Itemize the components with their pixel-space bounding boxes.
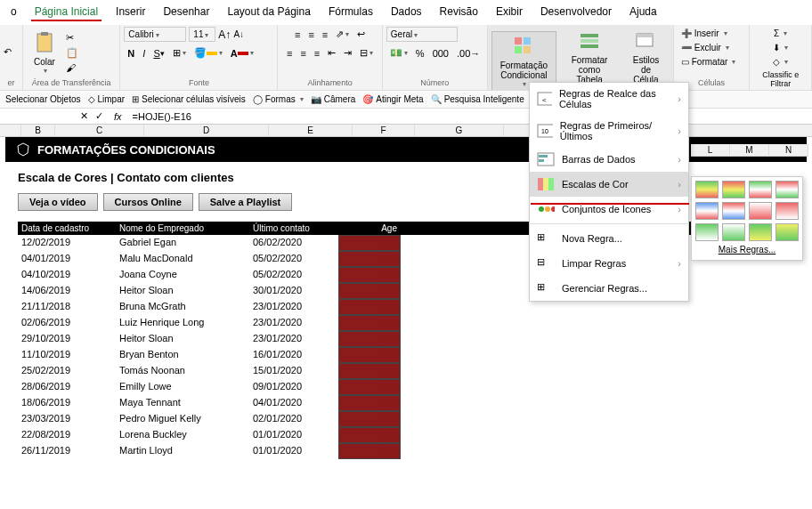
cell-name[interactable]: Malu MacDonald xyxy=(116,251,249,267)
menu-layout[interactable]: Layout da Página xyxy=(223,4,313,21)
cell-name[interactable]: Bruna McGrath xyxy=(116,299,249,315)
table-row[interactable]: 29/10/2019 Heitor Sloan 23/01/2020 648 xyxy=(18,331,794,347)
wrap-text-icon[interactable]: ↩ xyxy=(353,27,369,42)
cell-name[interactable]: Gabriel Egan xyxy=(116,235,249,251)
cell-last-contact[interactable]: 01/01/2020 xyxy=(249,427,338,443)
undo-icon[interactable]: ↶ xyxy=(4,46,12,58)
cancel-icon[interactable]: ✕ xyxy=(80,110,88,122)
scale-rwg[interactable] xyxy=(775,181,799,198)
table-row[interactable]: 26/11/2019 Martin Lloyd 01/01/2020 670 xyxy=(18,443,794,459)
insert-cells-button[interactable]: ➕Inserir xyxy=(678,27,731,40)
col-header[interactable]: C xyxy=(55,125,144,136)
smart-lookup-button[interactable]: 🔍 Pesquisa Inteligente xyxy=(431,94,524,104)
fill-color-button[interactable]: 🪣 xyxy=(191,45,226,61)
percent-icon[interactable]: % xyxy=(412,45,428,61)
menu-data[interactable]: Dados xyxy=(387,4,426,21)
cell-date[interactable]: 02/06/2019 xyxy=(18,315,116,331)
courses-button[interactable]: Cursos Online xyxy=(103,193,193,211)
col-header[interactable]: L xyxy=(691,144,730,157)
cf-highlight-rules[interactable]: < Regras de Realce das Células› xyxy=(530,83,688,115)
cf-data-bars[interactable]: Barras de Dados› xyxy=(530,147,688,172)
scale-wg[interactable] xyxy=(722,223,745,241)
cell-name[interactable]: Bryan Benton xyxy=(116,347,249,363)
cell-age[interactable]: 634 xyxy=(338,235,401,251)
decimal-inc-icon[interactable]: .00→ xyxy=(453,45,483,61)
select-objects-button[interactable]: Selecionar Objetos xyxy=(5,94,81,104)
paste-button[interactable]: Colar xyxy=(27,28,62,77)
format-cells-button[interactable]: ▭Formatar xyxy=(678,55,740,69)
cell-name[interactable]: Lorena Buckley xyxy=(116,427,249,443)
cf-new-rule[interactable]: ⊞ Nova Regra... xyxy=(530,226,688,251)
currency-icon[interactable]: 💵 xyxy=(386,45,411,61)
menu-developer[interactable]: Desenvolvedor xyxy=(537,4,615,21)
cell-last-contact[interactable]: 05/02/2020 xyxy=(249,251,338,267)
align-right-icon[interactable]: ≡ xyxy=(311,45,323,61)
align-bottom-icon[interactable]: ≡ xyxy=(319,27,331,42)
cf-color-scales[interactable]: Escalas de Cor› xyxy=(530,172,688,197)
col-header[interactable]: E xyxy=(269,125,353,136)
cut-icon[interactable]: ✂ xyxy=(66,32,78,44)
menu-file[interactable]: o xyxy=(7,4,20,21)
cell-date[interactable]: 11/10/2019 xyxy=(18,347,116,363)
cell-name[interactable]: Heitor Sloan xyxy=(116,283,249,299)
cell-last-contact[interactable]: 05/02/2020 xyxy=(249,267,338,283)
cell-age[interactable]: 669 xyxy=(338,411,401,427)
cell-last-contact[interactable]: 23/01/2020 xyxy=(249,331,338,347)
cell-date[interactable]: 04/01/2019 xyxy=(18,251,116,267)
align-middle-icon[interactable]: ≡ xyxy=(304,27,317,42)
align-left-icon[interactable]: ≡ xyxy=(283,45,296,61)
more-rules-link[interactable]: Mais Regras... xyxy=(695,241,799,256)
format-painter-icon[interactable]: 🖌 xyxy=(66,62,78,73)
cell-name[interactable]: Maya Tennant xyxy=(116,395,249,411)
menu-review[interactable]: Revisão xyxy=(436,4,482,21)
align-center-icon[interactable]: ≡ xyxy=(296,45,309,61)
cell-age[interactable]: 641 xyxy=(338,283,401,299)
cell-date[interactable]: 29/10/2019 xyxy=(18,331,116,347)
decrease-font-icon[interactable]: A↓ xyxy=(233,29,244,39)
col-header[interactable]: F xyxy=(353,125,415,136)
table-row[interactable]: 02/06/2019 Luiz Henrique Long 23/01/2020… xyxy=(18,315,794,331)
comma-icon[interactable]: 000 xyxy=(429,45,452,61)
cf-icon-sets[interactable]: Conjuntos de Ícones› xyxy=(530,197,688,222)
cell-last-contact[interactable]: 23/01/2020 xyxy=(249,299,338,315)
select-visible-cells-button[interactable]: ⊞ Selecionar células visíveis xyxy=(132,94,246,104)
font-size-select[interactable]: 11 xyxy=(189,27,215,42)
camera-button[interactable]: 📷 Câmera xyxy=(311,94,356,104)
cell-age[interactable]: 648 xyxy=(338,331,401,347)
video-button[interactable]: Veja o vídeo xyxy=(18,193,98,211)
underline-button[interactable]: S▾ xyxy=(150,45,167,61)
cell-last-contact[interactable]: 23/01/2020 xyxy=(249,315,338,331)
indent-increase-icon[interactable]: ⇥ xyxy=(340,45,355,61)
autosum-button[interactable]: Σ xyxy=(770,27,791,40)
confirm-icon[interactable]: ✓ xyxy=(95,110,103,122)
scale-rwb[interactable] xyxy=(722,202,745,220)
copy-icon[interactable]: 📋 xyxy=(66,47,78,59)
cell-date[interactable]: 21/11/2018 xyxy=(18,299,116,315)
menu-draw[interactable]: Desenhar xyxy=(159,4,213,21)
shapes-button[interactable]: ◯ Formas xyxy=(253,94,304,104)
cell-name[interactable]: Martin Lloyd xyxy=(116,443,249,459)
col-header[interactable]: G xyxy=(415,125,504,136)
border-button[interactable]: ⊞ xyxy=(169,45,190,61)
cell-age[interactable]: 635 xyxy=(338,267,401,283)
cell-last-contact[interactable]: 01/01/2020 xyxy=(249,443,338,459)
cell-last-contact[interactable]: 02/01/2020 xyxy=(249,411,338,427)
cell-date[interactable]: 12/02/2019 xyxy=(18,235,116,251)
cell-age[interactable]: 670 xyxy=(338,443,401,459)
cf-clear-rules[interactable]: ⊟ Limpar Regras› xyxy=(530,251,688,276)
scale-wr[interactable] xyxy=(749,202,772,220)
cf-manage-rules[interactable]: ⊞ Gerenciar Regras... xyxy=(530,276,688,301)
scale-gyr[interactable] xyxy=(695,181,719,198)
cell-date[interactable]: 18/06/2019 xyxy=(18,395,116,411)
cell-last-contact[interactable]: 15/01/2020 xyxy=(249,363,338,379)
table-row[interactable]: 25/02/2019 Tomás Noonan 15/01/2020 656 xyxy=(18,363,794,379)
number-format-select[interactable]: Geral xyxy=(386,27,458,42)
merge-icon[interactable]: ⊟ xyxy=(356,45,377,61)
bold-button[interactable]: N xyxy=(124,45,138,61)
increase-font-icon[interactable]: A↑ xyxy=(218,28,231,41)
table-row[interactable]: 23/03/2019 Pedro Miguel Kelly 02/01/2020… xyxy=(18,411,794,427)
scale-gw[interactable] xyxy=(695,223,719,241)
menu-help[interactable]: Ajuda xyxy=(626,4,661,21)
cell-age[interactable]: 648 xyxy=(338,299,401,315)
table-row[interactable]: 22/08/2019 Lorena Buckley 01/01/2020 670 xyxy=(18,427,794,443)
